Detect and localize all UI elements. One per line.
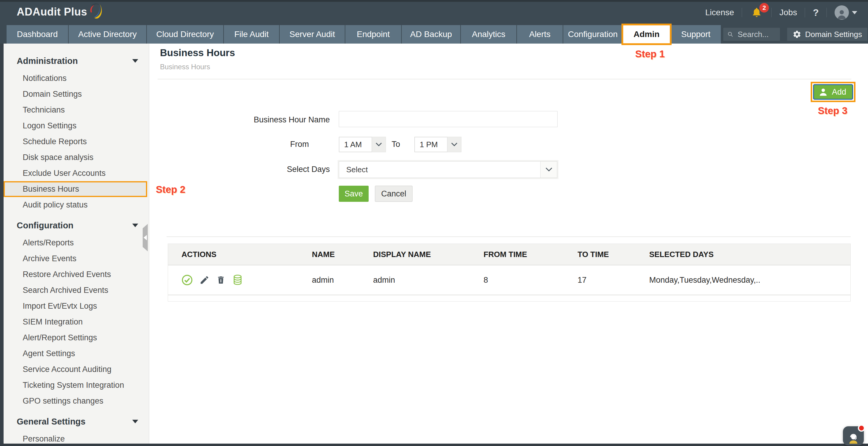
domain-settings-label: Domain Settings [805, 30, 862, 39]
sidebar-item-gpo-settings-changes[interactable]: GPO settings changes [4, 393, 149, 409]
cell-name: admin [312, 275, 373, 285]
chevron-down-icon [132, 224, 138, 227]
top-bar: ADAudit Plus License 2 Jobs ? [0, 0, 868, 25]
step1-annotation: Step 1 [635, 48, 665, 60]
chevron-left-icon [144, 235, 147, 240]
tab-cloud-directory[interactable]: Cloud Directory [147, 25, 223, 43]
chevron-down-icon [447, 137, 461, 152]
database-icon[interactable] [232, 274, 243, 286]
delete-trash-icon[interactable] [216, 275, 226, 285]
section-title: General Settings [17, 417, 85, 426]
help-button[interactable]: ? [805, 7, 827, 18]
sidebar-item-alert-report-settings[interactable]: Alert/Report Settings [4, 330, 149, 346]
breadcrumb: Business Hours [160, 63, 210, 71]
sidebar-section-configuration[interactable]: Configuration [4, 216, 149, 235]
chevron-down-icon [852, 11, 857, 14]
sidebar-item-audit-policy-status[interactable]: Audit policy status [4, 197, 149, 213]
support-chat-button[interactable] [843, 426, 864, 445]
sidebar-item-notifications[interactable]: Notifications [4, 70, 149, 86]
primary-nav: Dashboard Active Directory Cloud Directo… [0, 25, 868, 43]
table-row: admin admin 8 17 Monday,Tuesday,Wednesda… [168, 265, 850, 295]
edit-pencil-icon[interactable] [199, 275, 210, 285]
sidebar-item-schedule-reports[interactable]: Schedule Reports [4, 134, 149, 150]
bottom-edge-strip [0, 444, 868, 446]
sidebar-item-import-evt-logs[interactable]: Import Evt/Evtx Logs [4, 298, 149, 314]
sidebar-item-search-archived-events[interactable]: Search Archived Events [4, 283, 149, 298]
to-time-select[interactable]: 1 PM [414, 137, 461, 152]
from-time-value: 1 AM [339, 137, 372, 152]
enable-check-icon[interactable] [182, 274, 193, 286]
select-days-dropdown[interactable]: Select [339, 161, 557, 178]
tab-server-audit[interactable]: Server Audit [280, 25, 345, 43]
user-account-menu[interactable] [827, 5, 860, 20]
nav-tabs: Dashboard Active Directory Cloud Directo… [6, 25, 721, 43]
header-divider [158, 79, 851, 80]
sidebar-item-service-account-auditing[interactable]: Service Account Auditing [4, 361, 149, 377]
tab-endpoint[interactable]: Endpoint [345, 25, 401, 43]
tab-support[interactable]: Support [671, 25, 721, 43]
section-divider [166, 236, 851, 237]
column-header-from-time: FROM TIME [484, 250, 578, 259]
search-icon [727, 30, 733, 38]
row-actions [168, 274, 312, 286]
cancel-button[interactable]: Cancel [375, 186, 412, 202]
jobs-link[interactable]: Jobs [772, 8, 805, 17]
tab-dashboard[interactable]: Dashboard [6, 25, 68, 43]
add-button-label: Add [832, 87, 846, 97]
column-header-to-time: TO TIME [578, 250, 649, 259]
sidebar-collapse-handle[interactable] [143, 224, 148, 251]
sidebar-item-agent-settings[interactable]: Agent Settings [4, 346, 149, 361]
chevron-down-icon [372, 137, 385, 152]
sidebar-item-restore-archived-events[interactable]: Restore Archived Events [4, 267, 149, 283]
sidebar-item-disk-space-analysis[interactable]: Disk space analysis [4, 150, 149, 166]
notifications-bell-button[interactable]: 2 [742, 6, 771, 19]
tab-file-audit[interactable]: File Audit [224, 25, 279, 43]
sidebar-item-domain-settings[interactable]: Domain Settings [4, 86, 149, 102]
search-input[interactable] [737, 30, 776, 39]
column-header-display-name: DISPLAY NAME [373, 250, 484, 259]
license-link[interactable]: License [698, 8, 742, 17]
business-hour-name-input[interactable] [339, 111, 558, 127]
add-button-annotation: Add [811, 82, 856, 102]
cell-selected-days: Monday,Tuesday,Wednesday,.. [649, 275, 850, 285]
cell-from-time: 8 [484, 275, 578, 285]
tab-ad-backup[interactable]: AD Backup [402, 25, 460, 43]
add-business-hour-button[interactable]: Add [813, 84, 853, 100]
save-button[interactable]: Save [339, 186, 369, 202]
from-time-select[interactable]: 1 AM [339, 137, 386, 152]
column-header-name: NAME [312, 250, 373, 259]
section-gap [4, 409, 149, 412]
step2-annotation: Step 2 [156, 184, 185, 195]
domain-settings-button[interactable]: Domain Settings [787, 28, 867, 41]
sidebar-item-business-hours[interactable]: Business Hours [4, 181, 147, 197]
tab-alerts[interactable]: Alerts [517, 25, 563, 43]
tab-active-directory[interactable]: Active Directory [69, 25, 146, 43]
sidebar-section-administration[interactable]: Administration [4, 51, 149, 70]
left-edge-strip [0, 43, 4, 446]
sidebar-item-technicians[interactable]: Technicians [4, 102, 149, 118]
to-label: To [392, 140, 404, 149]
gear-icon [793, 30, 801, 39]
global-search-box[interactable] [723, 28, 780, 41]
main-content: Business Hours Business Hours Step 1 Add… [149, 43, 868, 446]
chevron-down-icon [132, 420, 138, 423]
sidebar-item-logon-settings[interactable]: Logon Settings [4, 118, 149, 134]
business-hours-table: ACTIONS NAME DISPLAY NAME FROM TIME TO T… [168, 244, 851, 301]
sidebar: Administration Notifications Domain Sett… [4, 43, 149, 446]
tab-analytics[interactable]: Analytics [461, 25, 516, 43]
sidebar-item-alerts-reports[interactable]: Alerts/Reports [4, 235, 149, 251]
cell-display-name: admin [373, 275, 484, 285]
tab-configuration[interactable]: Configuration [563, 25, 622, 43]
column-header-actions: ACTIONS [168, 250, 312, 259]
sidebar-section-general-settings[interactable]: General Settings [4, 412, 149, 431]
sidebar-item-ticketing-system-integration[interactable]: Ticketing System Integration [4, 377, 149, 393]
business-hour-name-label: Business Hour Name [211, 115, 330, 124]
logo-swoosh-icon [85, 1, 103, 19]
sidebar-item-siem-integration[interactable]: SIEM Integration [4, 314, 149, 330]
select-days-label: Select Days [211, 165, 330, 174]
sidebar-item-archive-events[interactable]: Archive Events [4, 251, 149, 267]
notification-badge: 2 [760, 3, 769, 12]
sidebar-item-exclude-user-accounts[interactable]: Exclude User Accounts [4, 166, 149, 181]
tab-admin[interactable]: Admin [623, 25, 670, 43]
step3-annotation: Step 3 [818, 105, 847, 116]
